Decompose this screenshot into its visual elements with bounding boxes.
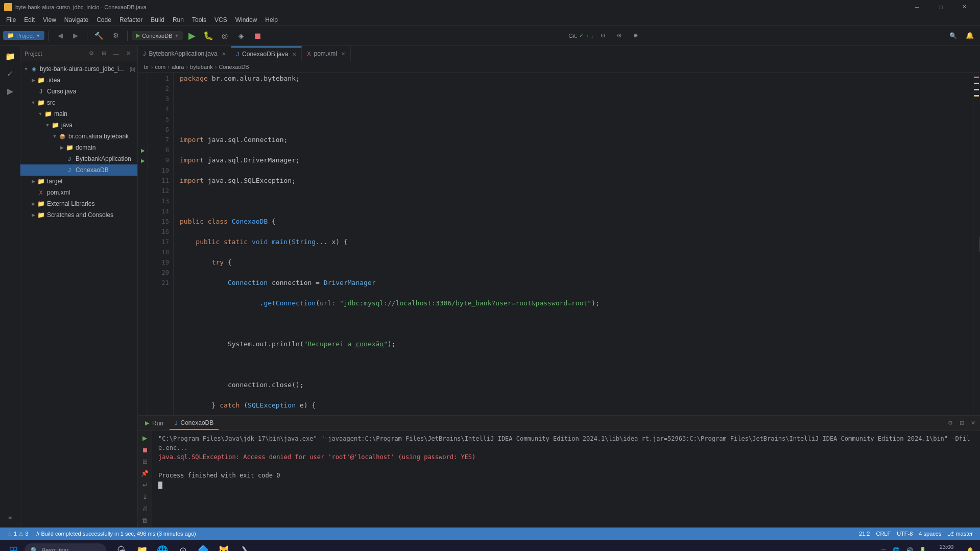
toolbar-btn-build[interactable]: 🔨 — [91, 29, 106, 43]
debug-button[interactable]: 🐛 — [201, 29, 216, 43]
tab-close-conexao[interactable]: ✕ — [292, 52, 296, 57]
code-content[interactable]: package br.com.alura.bytebank; import ja… — [174, 73, 973, 415]
run-toolbar-clear[interactable]: 🗑 — [139, 515, 151, 525]
toolbar-btn-git1[interactable]: ⊙ — [595, 29, 610, 43]
taskbar-edge[interactable]: 🌐 — [153, 541, 172, 552]
toolbar-btn-back[interactable]: ◀ — [53, 29, 67, 43]
close-button[interactable]: ✕ — [952, 0, 976, 14]
status-position[interactable]: 21:2 — [856, 528, 873, 540]
start-button[interactable]: ⊞ — [4, 541, 22, 552]
run-toolbar-scroll[interactable]: ⤓ — [139, 491, 151, 502]
menu-code[interactable]: Code — [92, 15, 115, 25]
tray-datetime[interactable]: 23:00 27/05/2024 — [930, 542, 963, 552]
panel-collapse-button[interactable]: — — [111, 49, 121, 59]
status-encoding[interactable]: UTF-8 — [894, 528, 916, 540]
tree-item-scratches[interactable]: ▶ 📁 Scratches and Consoles — [20, 209, 137, 221]
menu-run[interactable]: Run — [169, 15, 188, 25]
tree-arrow-target[interactable]: ▶ — [30, 179, 37, 184]
panel-expand-button[interactable]: ⊞ — [99, 49, 109, 59]
tab-conexaodb[interactable]: J ConexaoDB.java ✕ — [231, 46, 302, 61]
taskbar-idea[interactable]: 🔷 — [194, 541, 212, 552]
tree-item-target[interactable]: ▶ 📁 target — [20, 176, 137, 187]
tree-arrow-scratches[interactable]: ▶ — [30, 212, 37, 218]
tree-item-bytebank-app[interactable]: ▶ J BytebankApplication — [20, 153, 137, 164]
menu-refactor[interactable]: Refactor — [115, 15, 147, 25]
tree-arrow-pkg[interactable]: ▼ — [51, 134, 58, 139]
status-indent[interactable]: 4 spaces — [916, 528, 944, 540]
notifications-button[interactable]: 🔔 — [963, 29, 977, 43]
tree-item-root[interactable]: ▼ ◈ byte-bank-alura-curso_jdbc_inicio [b… — [20, 63, 137, 75]
project-button[interactable]: 📁 Project ▼ — [3, 31, 44, 40]
run-close-btn[interactable]: ✕ — [968, 418, 978, 428]
tree-item-main[interactable]: ▼ 📁 main — [20, 108, 137, 119]
tree-arrow-domain[interactable]: ▶ — [58, 145, 65, 150]
menu-build[interactable]: Build — [147, 15, 169, 25]
tree-item-curso[interactable]: ▶ J Curso.java — [20, 86, 137, 97]
sidebar-icon-project[interactable]: 📁 — [2, 48, 18, 64]
tree-item-ext-libs[interactable]: ▶ 📁 External Libraries — [20, 198, 137, 209]
tray-battery[interactable]: 🔋 — [917, 546, 928, 551]
code-editor[interactable]: ▶ ▶ 12345 678910 1112131415 16 — [138, 73, 980, 415]
breadcrumb-bytebank[interactable]: bytebank — [190, 64, 213, 70]
run-expand-btn[interactable]: ⊞ — [957, 418, 967, 428]
run-tab-conexaodb[interactable]: J ConexaoDB — [170, 417, 219, 430]
run-config-selector[interactable]: ▶ ConexaoDB ▼ — [132, 31, 183, 40]
profile-button[interactable]: ◈ — [234, 29, 248, 43]
gutter-line-9[interactable]: ▶ — [138, 155, 148, 165]
run-toolbar-pin[interactable]: 📌 — [139, 468, 151, 479]
tree-item-src[interactable]: ▼ 📁 src — [20, 97, 137, 108]
tree-arrow-idea[interactable]: ▶ — [30, 78, 37, 83]
maximize-button[interactable]: □ — [929, 0, 952, 14]
run-button[interactable]: ▶ — [185, 29, 199, 43]
run-tab-run[interactable]: ▶ Run — [140, 417, 169, 430]
tree-item-conexaodb[interactable]: ▶ J ConexaoDB — [20, 164, 137, 176]
breadcrumb-br[interactable]: br — [144, 64, 149, 70]
taskbar-chrome[interactable]: ⊙ — [174, 541, 192, 552]
tree-item-domain[interactable]: ▶ 📁 domain — [20, 142, 137, 153]
toolbar-btn-settings[interactable]: ⚙ — [109, 29, 123, 43]
tree-arrow-java[interactable]: ▼ — [44, 123, 51, 128]
tree-item-idea[interactable]: ▶ 📁 .idea — [20, 75, 137, 86]
run-toolbar-rerun[interactable]: ▶ — [139, 433, 151, 444]
tray-chevron[interactable]: ﹀ — [879, 545, 889, 551]
taskbar-app8[interactable]: ❯ — [235, 541, 253, 552]
sidebar-icon-run-debug[interactable]: ▶ — [2, 83, 18, 99]
taskbar-search[interactable]: 🔍 Pesquisar — [25, 543, 106, 552]
toolbar-btn-git3[interactable]: ⊕ — [628, 29, 642, 43]
project-tree[interactable]: ▼ ◈ byte-bank-alura-curso_jdbc_inicio [b… — [20, 61, 137, 528]
status-branch[interactable]: ⎇ master — [944, 528, 976, 540]
status-warnings-icon[interactable]: ⚠ 1 ⚠ 3 — [4, 528, 31, 540]
taskbar-widgets[interactable]: 🌤 — [112, 541, 131, 552]
breadcrumb-alura[interactable]: alura — [172, 64, 184, 70]
run-toolbar-print[interactable]: 🖨 — [139, 503, 151, 514]
tree-item-pkg[interactable]: ▼ 📦 br.com.alura.bytebank — [20, 131, 137, 142]
tab-close-pom[interactable]: ✕ — [341, 51, 345, 57]
tray-network[interactable]: 🌐 — [891, 546, 902, 551]
tree-item-pom[interactable]: ▶ X pom.xml — [20, 187, 137, 198]
run-toolbar-restore[interactable]: ⊞ — [139, 457, 151, 467]
taskbar-app7[interactable]: 🐱 — [214, 541, 233, 552]
menu-vcs[interactable]: VCS — [210, 15, 231, 25]
toolbar-btn-git2[interactable]: ⊛ — [612, 29, 626, 43]
tree-arrow-root[interactable]: ▼ — [22, 66, 30, 71]
tree-arrow-main[interactable]: ▼ — [37, 111, 44, 116]
menu-view[interactable]: View — [39, 15, 60, 25]
stop-button[interactable]: ◼ — [250, 29, 265, 43]
run-output[interactable]: "C:\Program Files\Java\jdk-17\bin\java.e… — [152, 431, 980, 528]
status-crlf[interactable]: CRLF — [873, 528, 894, 540]
menu-help[interactable]: Help — [261, 15, 282, 25]
tree-arrow-src[interactable]: ▼ — [30, 100, 37, 105]
tab-bytebank-application[interactable]: J BytebankApplication.java ✕ — [138, 46, 231, 61]
tab-close-bytebank[interactable]: ✕ — [222, 51, 226, 57]
toolbar-btn-forward[interactable]: ▶ — [68, 29, 83, 43]
panel-close-button[interactable]: ✕ — [123, 49, 133, 59]
run-toolbar-stop[interactable]: ◼ — [139, 445, 151, 456]
menu-tools[interactable]: Tools — [188, 15, 210, 25]
menu-edit[interactable]: Edit — [20, 15, 39, 25]
run-toolbar-wrap[interactable]: ↵ — [139, 480, 151, 491]
sidebar-icon-commit[interactable]: ✓ — [2, 65, 18, 82]
gutter-line-8[interactable]: ▶ — [138, 145, 148, 155]
run-settings-btn[interactable]: ⚙ — [945, 418, 955, 428]
tray-notifications[interactable]: 🔔 — [965, 546, 976, 551]
taskbar-explorer[interactable]: 📁 — [133, 541, 151, 552]
